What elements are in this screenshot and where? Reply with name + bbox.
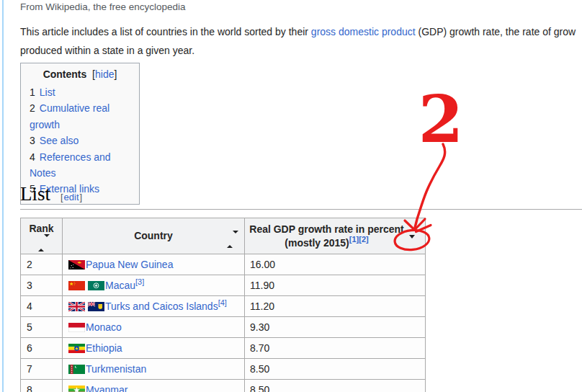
header-row: Rank Country Real GDP growth rate in per…: [21, 218, 426, 254]
table-row: 4 Turks and Caicos Islands[4] 11.20: [21, 296, 426, 317]
flag-turks-and-caicos-icon: [88, 302, 104, 311]
intro-text: (GDP) growth rate, the rate of grow: [416, 26, 576, 37]
section-title: List: [20, 183, 50, 205]
flag-united-kingdom-icon: [68, 302, 85, 311]
rank-cell: 3: [21, 275, 63, 296]
table-row: 6 Ethiopia 8.70: [21, 338, 426, 359]
country-cell: Turks and Caicos Islands[4]: [63, 296, 245, 317]
toc-number: 1: [30, 86, 35, 98]
toc-item-list: 1List: [28, 84, 132, 100]
toc-link-references-and-notes[interactable]: References and Notes: [30, 151, 111, 179]
flag-macau-icon: [88, 281, 104, 290]
sort-both-icon[interactable]: [38, 236, 50, 250]
section-heading: List [edit]: [20, 181, 582, 210]
gdp-value-cell: 8.70: [245, 338, 426, 359]
edit-link[interactable]: edit: [64, 192, 79, 202]
gdp-value-cell: 8.50: [245, 359, 426, 380]
country-link[interactable]: Macau: [105, 280, 135, 291]
gdp-column-header[interactable]: Real GDP growth rate in percent (mostly …: [245, 218, 426, 254]
gdp-header-line2: (mostly 2015): [285, 237, 349, 249]
rank-cell: 2: [21, 254, 63, 275]
table-row: 5 Monaco 9.30: [21, 317, 426, 338]
toc-number: 3: [30, 135, 35, 146]
rank-header-label: Rank: [29, 223, 53, 234]
toc-link-cumulative-real-growth[interactable]: Cumulative real growth: [30, 102, 109, 130]
sort-descending-icon[interactable]: [409, 235, 415, 239]
intro-line-2: produced within a state in a given year.: [20, 41, 576, 60]
toc-hide-toggle[interactable]: hide: [95, 68, 114, 80]
table-row: 8 Myanmar 8.50: [21, 380, 426, 392]
site-subtitle: From Wikipedia, the free encyclopedia: [20, 1, 186, 12]
reference-link-2[interactable]: [2]: [359, 235, 368, 244]
toc-item-see-also: 3See also: [28, 133, 132, 148]
intro-line-1: This article includes a list of countrie…: [20, 22, 576, 41]
gdp-value-cell: 11.90: [245, 275, 426, 296]
rank-cell: 5: [21, 317, 63, 338]
country-header-label: Country: [134, 230, 173, 241]
country-link[interactable]: Turks and Caicos Islands: [105, 300, 218, 312]
reference-link-1[interactable]: [1]: [349, 235, 359, 244]
gdp-value-cell: 16.00: [245, 254, 426, 275]
country-cell: Macau[3]: [63, 275, 245, 296]
rank-column-header[interactable]: Rank: [21, 218, 63, 254]
intro-text: This article includes a list of countrie…: [20, 26, 311, 37]
flag-china-icon: [68, 281, 85, 290]
gdp-header-line1: Real GDP growth rate in percent: [249, 223, 403, 235]
reference-link-4[interactable]: [4]: [218, 298, 227, 307]
table-row: 3 Macau[3] 11.90: [21, 275, 426, 296]
toc-item-references-and-notes: 4References and Notes: [28, 149, 132, 182]
toc-number: 2: [30, 102, 35, 114]
sort-both-icon[interactable]: [227, 233, 238, 246]
country-link[interactable]: Papua New Guinea: [86, 259, 173, 270]
country-cell: Ethiopia: [63, 338, 245, 359]
toc-number: 4: [30, 151, 35, 163]
country-cell: Monaco: [63, 317, 245, 338]
country-link[interactable]: Myanmar: [86, 384, 127, 392]
gdp-value-cell: 9.30: [245, 317, 426, 338]
country-link[interactable]: Monaco: [86, 321, 122, 333]
rank-cell: 7: [21, 359, 63, 380]
table-row: 2 Papua New Guinea 16.00: [21, 254, 426, 275]
content-left-border: [2, 0, 4, 392]
country-link[interactable]: Turkmenistan: [86, 363, 146, 375]
flag-turkmenistan-icon: [68, 365, 85, 374]
gdp-growth-table: Rank Country Real GDP growth rate in per…: [20, 218, 426, 392]
flag-myanmar-icon: [68, 386, 85, 392]
country-cell: Papua New Guinea: [63, 254, 245, 275]
reference-link-3[interactable]: [3]: [135, 277, 144, 286]
rank-cell: 4: [21, 296, 63, 317]
toc-link-list[interactable]: List: [40, 86, 55, 98]
gdp-value-cell: 8.50: [245, 380, 426, 392]
toc-title: Contents [hide]: [28, 68, 132, 80]
annotation-number-2: 2: [418, 81, 464, 157]
gdp-value-cell: 11.20: [245, 296, 426, 317]
country-column-header[interactable]: Country: [63, 218, 245, 254]
flag-ethiopia-icon: [68, 344, 85, 353]
flag-papua-new-guinea-icon: [68, 260, 85, 270]
edit-bracket: [: [61, 192, 63, 202]
country-cell: Myanmar: [63, 380, 245, 392]
country-link[interactable]: Ethiopia: [86, 342, 122, 354]
rank-cell: 6: [21, 338, 63, 359]
edit-section: [edit]: [61, 192, 82, 202]
toc-title-label: Contents: [43, 68, 87, 80]
rank-cell: 8: [21, 380, 63, 392]
intro-paragraph: This article includes a list of countrie…: [20, 22, 576, 60]
edit-bracket: ]: [80, 192, 83, 202]
toc-item-cumulative-real-growth: 2Cumulative real growth: [28, 100, 132, 133]
toc-hide-bracket: ]: [114, 68, 117, 80]
table-row: 7 Turkmenistan 8.50: [21, 359, 426, 380]
country-cell: Turkmenistan: [63, 359, 245, 380]
toc-link-see-also[interactable]: See also: [40, 135, 79, 146]
flag-monaco-icon: [68, 323, 85, 332]
gross-domestic-product-link[interactable]: gross domestic product: [311, 26, 416, 37]
